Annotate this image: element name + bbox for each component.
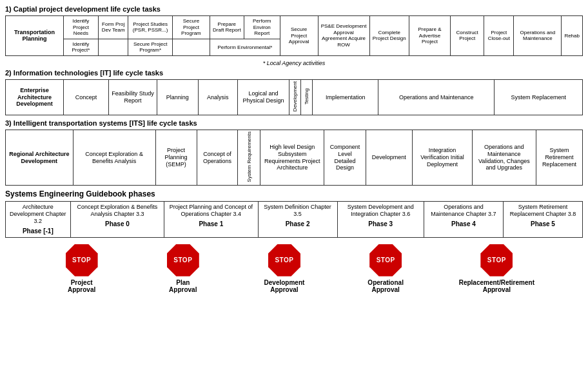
it-planning: Planning <box>157 79 199 115</box>
local-agency-note: * Local Agency activities <box>5 60 583 66</box>
cell-secure-approval: Secure Project Approval <box>280 16 318 56</box>
cell-identify-project: Identify Project* <box>64 39 99 55</box>
cell-complete-design: Complete Project Design <box>369 16 409 56</box>
cell-closeout: Project Close-out <box>484 16 514 56</box>
stop-signs-row: STOP ProjectApproval STOP PlanApproval S… <box>5 244 583 293</box>
its-high-level-design: High level Design Subsystem Requirements… <box>260 130 324 186</box>
stop-label-5: Replacement/RetirementApproval <box>459 279 534 293</box>
it-concept: Concept <box>64 79 109 115</box>
cell-secure-project-program: Secure Project Program* <box>128 39 173 55</box>
its-integration: Integration Verification Initial Deploym… <box>412 130 472 186</box>
stop-label-2: PlanApproval <box>169 279 197 293</box>
stop-sign-4: STOP <box>369 244 402 276</box>
phase-ops-maint: Operations and Maintenance Chapter 3.7 P… <box>424 202 503 237</box>
cell-operations-maint: Operations and Maintenance <box>514 16 562 56</box>
its-system-retirement: System Retirement Replacement <box>536 130 582 186</box>
its-development: Development <box>366 130 412 186</box>
phase-table: Architecture Development Chapter 3.2 Pha… <box>5 201 583 237</box>
section2-row-header: Enterprise Architecture Development <box>6 79 64 115</box>
it-logical-physical: Logical and Physical Design <box>238 79 289 115</box>
its-concept-ops: Concept of Operations <box>197 130 238 186</box>
cell-form-team: Form Proj Dev Team <box>98 16 128 39</box>
its-project-planning: Project Planning (SEMP) <box>155 130 197 186</box>
it-system-replacement: System Replacement <box>495 79 583 115</box>
cell-empty2 <box>172 39 210 55</box>
section1-row-header: Transportation Planning <box>6 16 64 56</box>
it-operations-maint: Operations and Maintenance <box>378 79 495 115</box>
stop-retirement-approval: STOP Replacement/RetirementApproval <box>448 244 545 293</box>
phase-project-planning: Project Planning and Concept of Operatio… <box>164 202 258 237</box>
it-testing: Testing <box>301 79 313 115</box>
it-implementation: Implementation <box>313 79 378 115</box>
stop-operational-approval: STOP OperationalApproval <box>347 244 424 293</box>
stop-sign-2: STOP <box>167 244 199 276</box>
section1-title: 1) Captial project development life cycl… <box>5 5 583 13</box>
cell-empty1 <box>98 39 128 55</box>
cell-pse: PS&E Development Approval Agreement Acqu… <box>318 16 369 56</box>
phase-dev-integration: System Development and Integration Chapt… <box>337 202 424 237</box>
section4-title: Systems Engineering Guidebook phases <box>5 189 583 198</box>
its-concept-exploration: Concept Exploration & Benefits Analysis <box>73 130 155 186</box>
stop-sign-3: STOP <box>268 244 300 276</box>
cell-project-studies: Project Studies (PSR, PSSR...) <box>128 16 173 39</box>
phase-system-retirement: System Retirement Replacement Chapter 3.… <box>503 202 582 237</box>
stop-label-1: ProjectApproval <box>68 279 95 293</box>
cell-prepare-advertise: Prepare & Advertise Project <box>409 16 450 56</box>
it-feasibility: Feasibility Study Report <box>109 79 157 115</box>
phase-arch-dev: Architecture Development Chapter 3.2 Pha… <box>6 202 71 237</box>
its-operations-maint: Operations and Maintenance Validation, C… <box>472 130 536 186</box>
stop-plan-approval: STOP PlanApproval <box>144 244 222 293</box>
stop-development-approval: STOP DevelopmentApproval <box>246 244 323 293</box>
cell-construct: Construct Project <box>451 16 484 56</box>
cell-prepare-draft: Prepare Draft Report <box>210 16 244 39</box>
section3-title: 3) Intelligent transportation systems [I… <box>5 119 583 127</box>
section3-row-header: Regional Architecture Development <box>6 130 74 186</box>
cell-identify-needs: Identify Project Needs <box>64 16 99 39</box>
section2-title: 2) Information technologies [IT] life cy… <box>5 69 583 77</box>
stop-project-approval: STOP ProjectApproval <box>43 244 121 293</box>
phase-system-def: System Definition Chapter 3.5 Phase 2 <box>258 202 337 237</box>
section3-table: Regional Architecture Development Concep… <box>5 130 583 186</box>
its-system-req: System Requirements <box>238 130 260 186</box>
stop-sign-5: STOP <box>480 244 513 276</box>
phase-concept-exploration: Concept Exploration & Benefits Analysis … <box>70 202 164 237</box>
stop-sign-1: STOP <box>66 244 98 276</box>
cell-secure-program: Secure Project Program <box>172 16 210 39</box>
it-development: Development <box>289 79 301 115</box>
section1-table: Transportation Planning Identify Project… <box>5 15 583 56</box>
it-analysis: Analysis <box>198 79 237 115</box>
cell-rehab: Rehab <box>562 16 583 56</box>
section2-table: Enterprise Architecture Development Conc… <box>5 79 583 115</box>
stop-label-3: DevelopmentApproval <box>264 279 305 293</box>
its-component-level: Component Level Detailed Design <box>324 130 366 186</box>
cell-perform-environmental: Perform Environmental* <box>210 39 280 55</box>
cell-perform-environ: Perform Environ Report <box>244 16 280 39</box>
stop-label-4: OperationalApproval <box>368 279 404 293</box>
